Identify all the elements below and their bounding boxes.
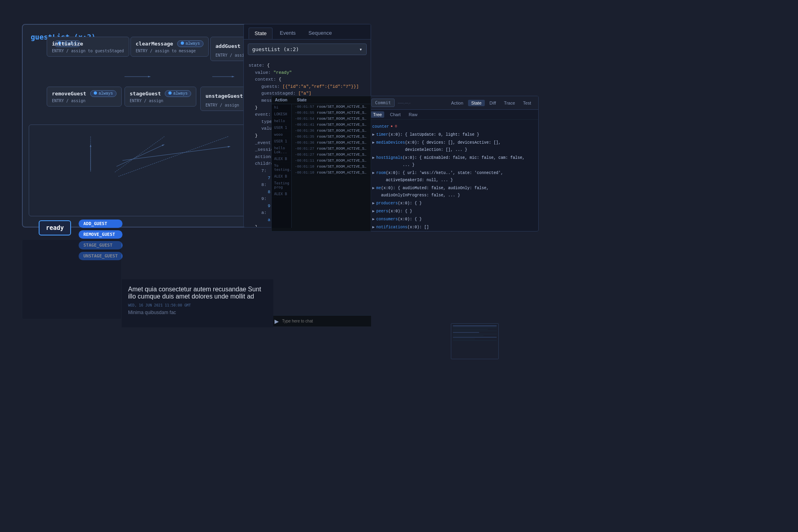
raw-tab[interactable]: Raw — [406, 111, 420, 118]
node-addGuest-title: addGuest — [215, 43, 241, 49]
node-removeGuest-title: removeGuest — [52, 91, 86, 97]
tab-state[interactable]: State — [249, 28, 273, 39]
node-unstageGuest-title: unstageGuest — [205, 93, 243, 99]
node-stageGuest[interactable]: stageGuest always ENTRY / assign — [124, 87, 196, 107]
blog-subtitle: Minima quibusdam fac — [128, 310, 267, 315]
node-initialize[interactable]: initialize always ENTRY / assign to gues… — [47, 37, 129, 57]
log-entry: -00:01:27 room/SET_ROOM_ACTIVE_SPEAKER — [292, 146, 371, 152]
xstate-tree: counter ● 0 ▶timer (x:0): { lastUpdate: … — [367, 120, 538, 231]
chevron-down-icon: ▾ — [359, 46, 362, 52]
inspector-dropdown[interactable]: guestList (x:2) ▾ — [248, 44, 367, 55]
col-action: Action — [275, 98, 297, 102]
tab-test[interactable]: Test — [520, 100, 534, 106]
log-entry: -00:01:36 room/SET_ROOM_ACTIVE_SPEAKER — [292, 128, 371, 134]
log-entry: -00:01:54 room/SET_ROOM_ACTIVE_SPEAKER — [292, 116, 371, 122]
play-button[interactable]: ▶ — [275, 318, 279, 324]
col-state: State — [297, 98, 306, 102]
tree-tab[interactable]: Tree — [371, 111, 384, 118]
chat-input-bar: ▶ — [271, 315, 371, 326]
commit-button[interactable]: Commit — [371, 99, 395, 107]
inspector-dropdown-value: guestList (x:2) — [252, 46, 299, 52]
xstate-side-tabs: Action State Diff Trace Test — [448, 100, 534, 106]
blog-panel: Amet quia consectetur autem recusandae S… — [122, 279, 273, 327]
svg-line-7 — [115, 136, 164, 172]
log-entry: -00:01:11 room/SET_ROOM_ACTIVE_SPEAKER — [292, 158, 371, 164]
node-removeGuest-entry: ENTRY / assign — [52, 99, 117, 103]
always-badge-stageGuest: always — [165, 90, 191, 97]
node-stageGuest-entry: ENTRY / assign — [130, 99, 191, 103]
mini-preview — [451, 323, 499, 359]
state-machine-panel: guestList (x:2) initialize always ENTRY … — [22, 24, 265, 227]
xstate-panel: Commit -----.---.- Action State Diff Tra… — [367, 96, 539, 231]
node-initialize-title: initialize — [52, 41, 108, 47]
tab-sequence[interactable]: Sequence — [303, 28, 338, 39]
log-entry: -00:01:10 room/SET_ROOM_ACTIVE_SPEAKER — [292, 170, 371, 176]
tab-trace[interactable]: Trace — [501, 100, 518, 106]
blog-date: WED, 16 JUN 2021 11:50:00 GMT — [128, 303, 267, 307]
log-entry: -00:01:57 room/SET_ROOM_ACTIVE_SPEAKER — [292, 104, 371, 110]
tab-diff[interactable]: Diff — [486, 100, 499, 106]
log-header: Action State — [272, 96, 371, 104]
node-clearMessage[interactable]: clearMessage always ENTRY / assign to me… — [130, 37, 209, 57]
log-entry: -00:01:41 room/SET_ROOM_ACTIVE_SPEAKER — [292, 122, 371, 128]
log-entry: -00:01:35 room/SET_ROOM_ACTIVE_SPEAKER — [292, 134, 371, 140]
event-pill-add[interactable]: ADD_GUEST — [79, 220, 122, 228]
svg-line-4 — [117, 144, 164, 166]
always-badge-removeGuest: always — [90, 90, 117, 97]
inspector-tabs: State Events Sequence — [244, 24, 371, 40]
chat-input[interactable] — [282, 319, 368, 323]
log-panel: Action State hi LOKESH hello USER 1 wooo… — [271, 96, 371, 231]
svg-line-5 — [122, 146, 230, 160]
node-stageGuest-title: stageGuest — [130, 91, 161, 97]
tab-state-xstate[interactable]: State — [468, 100, 485, 106]
node-initialize-entry: ENTRY / assign to guestsStaged — [52, 49, 124, 53]
chart-tab[interactable]: Chart — [387, 111, 403, 118]
xstate-header: Commit -----.---.- Action State Diff Tra… — [367, 96, 538, 110]
tab-events[interactable]: Events — [274, 28, 301, 39]
node-removeGuest[interactable]: removeGuest always ENTRY / assign — [47, 87, 122, 107]
log-entry: -00:01:36 room/SET_ROOM_ACTIVE_SPEAKER — [292, 140, 371, 146]
svg-line-8 — [119, 136, 228, 176]
always-badge-clearMessage: always — [177, 40, 203, 47]
bg-panel-1 — [22, 239, 122, 319]
log-entry: -00:01:55 room/SET_ROOM_ACTIVE_SPEAKER — [292, 110, 371, 116]
tab-action[interactable]: Action — [448, 100, 467, 106]
log-entry: -00:01:27 room/SET_ROOM_ACTIVE_SPEAKER — [292, 152, 371, 158]
blog-title: Amet quia consectetur autem recusandae S… — [128, 286, 267, 300]
node-clearMessage-entry: ENTRY / assign to message — [136, 49, 203, 53]
node-clearMessage-title: clearMessage — [136, 41, 173, 47]
event-pill-remove[interactable]: REMOVE_GUEST — [79, 230, 122, 239]
ready-state[interactable]: ready — [39, 220, 71, 235]
log-entry: -00:01:10 room/SET_ROOM_ACTIVE_SPEAKER — [292, 164, 371, 170]
